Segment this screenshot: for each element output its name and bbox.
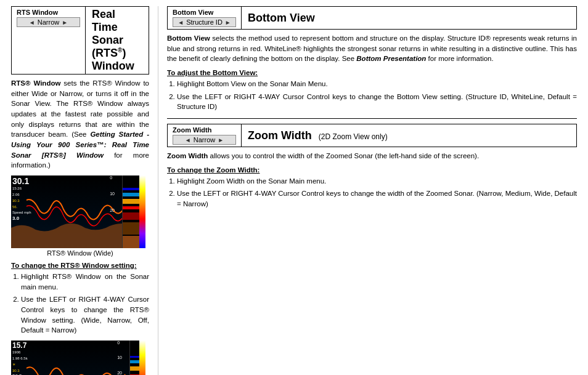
svg-rect-3 bbox=[123, 199, 139, 204]
rts-wide-bar-svg bbox=[123, 175, 139, 248]
bottom-view-adjust-heading: To adjust the Bottom View: bbox=[167, 69, 577, 76]
sonar-wave-svg bbox=[11, 175, 122, 248]
zoom-width-arrow-left[interactable]: ◄ bbox=[185, 137, 191, 143]
page: RTS Window ◄ Narrow ► Real Time Sonar (R… bbox=[0, 0, 588, 375]
right-column: Bottom View ◄ Structure ID ► Bottom View… bbox=[158, 6, 577, 375]
zoom-width-change-heading: To change the Zoom Width: bbox=[167, 166, 577, 174]
bottom-view-step2: Use the LEFT or RIGHT 4-WAY Cursor Contr… bbox=[177, 92, 577, 112]
bottom-view-control[interactable]: ◄ Structure ID ► bbox=[173, 17, 236, 27]
rts-wide-container: 30.1 15:26 2.06 30.3 56. Speed mph 3.0 bbox=[11, 175, 149, 257]
bottom-view-step1: Highlight Bottom View on the Sonar Main … bbox=[177, 79, 577, 89]
bottom-view-control-value: Structure ID bbox=[186, 18, 223, 26]
rts-control-value: Narrow bbox=[38, 18, 59, 26]
bottom-view-title-text: Bottom View bbox=[248, 12, 315, 25]
zoom-width-step1: Highlight Zoom Width on the Sonar Main m… bbox=[177, 176, 577, 187]
zoom-width-label-box: Zoom Width ◄ Narrow ► bbox=[168, 124, 242, 147]
bottom-view-steps: Highlight Bottom View on the Sonar Main … bbox=[177, 79, 577, 112]
bottom-view-section: Bottom View ◄ Structure ID ► Bottom View… bbox=[167, 6, 577, 112]
bottom-view-arrow-right[interactable]: ► bbox=[225, 19, 231, 26]
bottom-view-label: Bottom View bbox=[173, 9, 236, 16]
section-divider bbox=[167, 118, 577, 119]
rts-label-box: RTS Window ◄ Narrow ► bbox=[12, 7, 86, 74]
bottom-view-label-box: Bottom View ◄ Structure ID ► bbox=[168, 7, 242, 29]
bottom-view-header: Bottom View ◄ Structure ID ► Bottom View bbox=[167, 6, 577, 30]
zoom-width-body: Zoom Width allows you to control the wid… bbox=[167, 151, 577, 161]
zoom-width-title-text: Zoom Width (2D Zoom View only) bbox=[248, 129, 388, 142]
rts-section-title: Real Time Sonar (RTS®) Window bbox=[86, 7, 149, 74]
rts-wide-caption: RTS® Window (Wide) bbox=[11, 249, 149, 257]
zoom-width-step1-text: Highlight Zoom Width on the Sonar Main m… bbox=[177, 177, 326, 185]
rts-steps: Highlight RTS® Window on the Sonar main … bbox=[21, 272, 149, 336]
sonar-narrow-scale: 0 10 20 30 bbox=[117, 341, 122, 375]
zoom-width-section: Zoom Width ◄ Narrow ► Zoom Width (2D Zoo… bbox=[167, 124, 577, 209]
sonar-colorbar-narrow bbox=[139, 341, 145, 375]
rts-arrow-left[interactable]: ◄ bbox=[29, 19, 35, 26]
sonar-wide-scale: 0 10 20 bbox=[110, 175, 115, 213]
rts-step2-text: Use the LEFT or RIGHT 4-WAY Cursor Contr… bbox=[21, 296, 149, 334]
bottom-view-title: Bottom View bbox=[242, 7, 321, 29]
main-content: RTS Window ◄ Narrow ► Real Time Sonar (R… bbox=[11, 6, 577, 375]
rts-wide-screenshot: 30.1 15:26 2.06 30.3 56. Speed mph 3.0 bbox=[11, 175, 145, 248]
left-column: RTS Window ◄ Narrow ► Real Time Sonar (R… bbox=[11, 6, 158, 375]
sonar-colorbar-wide bbox=[139, 175, 145, 248]
zoom-width-label: Zoom Width bbox=[173, 126, 236, 134]
rts-section-header: RTS Window ◄ Narrow ► Real Time Sonar (R… bbox=[11, 6, 149, 75]
svg-rect-11 bbox=[130, 366, 139, 371]
bottom-view-body: Bottom View selects the method used to r… bbox=[167, 33, 577, 64]
zoom-width-header: Zoom Width ◄ Narrow ► Zoom Width (2D Zoo… bbox=[167, 124, 577, 147]
zoom-width-subtitle: (2D Zoom View only) bbox=[319, 132, 388, 141]
zoom-width-title: Zoom Width (2D Zoom View only) bbox=[242, 124, 394, 147]
rts-narrow-bar-svg bbox=[130, 341, 139, 375]
rts-step1: Highlight RTS® Window on the Sonar main … bbox=[21, 272, 149, 292]
svg-rect-6 bbox=[123, 222, 139, 235]
rts-narrow-container: 15.7 1906 1.98 6.5k ☀ 30.3 56.5 Speed mp… bbox=[11, 341, 149, 375]
svg-rect-9 bbox=[130, 356, 139, 358]
zoom-width-step2-text: Use the LEFT or RIGHT 4-WAY Cursor Contr… bbox=[177, 190, 577, 208]
zoom-width-control-value: Narrow bbox=[194, 136, 215, 143]
rts-step2: Use the LEFT or RIGHT 4-WAY Cursor Contr… bbox=[21, 294, 149, 336]
rts-change-heading: To change the RTS® Window setting: bbox=[11, 262, 149, 269]
zoom-width-steps: Highlight Zoom Width on the Sonar Main m… bbox=[177, 176, 577, 209]
rts-label: RTS Window bbox=[17, 9, 80, 16]
svg-rect-2 bbox=[123, 193, 139, 196]
rts-arrow-right[interactable]: ► bbox=[62, 19, 68, 26]
rts-control[interactable]: ◄ Narrow ► bbox=[17, 17, 80, 27]
bottom-view-step2-text: Use the LEFT or RIGHT 4-WAY Cursor Contr… bbox=[177, 93, 577, 111]
bottom-view-arrow-left[interactable]: ◄ bbox=[178, 19, 184, 26]
rts-step1-text: Highlight RTS® Window on the Sonar main … bbox=[21, 273, 149, 291]
svg-rect-5 bbox=[123, 212, 139, 220]
rts-narrow-screenshot: 15.7 1906 1.98 6.5k ☀ 30.3 56.5 Speed mp… bbox=[11, 341, 145, 375]
sonar-narrow-wave-svg bbox=[11, 341, 129, 375]
sonar-wide-main: 30.1 15:26 2.06 30.3 56. Speed mph 3.0 bbox=[11, 175, 122, 248]
rts-body-text: RTS® Window sets the RTS® Window to eith… bbox=[11, 78, 149, 171]
zoom-width-step2: Use the LEFT or RIGHT 4-WAY Cursor Contr… bbox=[177, 188, 577, 209]
sonar-narrow-rts bbox=[129, 341, 139, 375]
zoom-width-arrow-right[interactable]: ► bbox=[218, 137, 224, 143]
rts-title-text: Real Time Sonar (RTS®) Window bbox=[92, 8, 142, 73]
svg-rect-1 bbox=[123, 188, 139, 190]
zoom-width-control[interactable]: ◄ Narrow ► bbox=[173, 135, 236, 145]
sonar-narrow-main: 15.7 1906 1.98 6.5k ☀ 30.3 56.5 Speed mp… bbox=[11, 341, 129, 375]
svg-rect-4 bbox=[123, 206, 139, 209]
bottom-view-step1-text: Highlight Bottom View on the Sonar Main … bbox=[177, 80, 328, 87]
sonar-wide-rts bbox=[122, 175, 139, 248]
svg-rect-10 bbox=[130, 360, 139, 363]
zoom-width-title-main: Zoom Width bbox=[248, 129, 312, 142]
svg-rect-7 bbox=[123, 236, 139, 248]
